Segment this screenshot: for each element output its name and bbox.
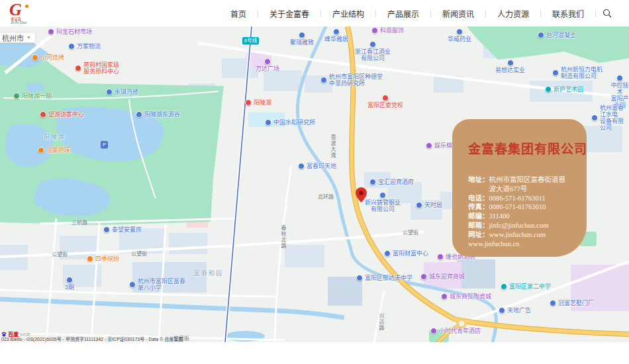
info-row-website: 网址： www.jinfuchun.com — [468, 230, 571, 240]
map-poi-label[interactable]: 杭州市富阳区富春 第八小学 — [129, 278, 185, 291]
poi-pin-icon — [426, 142, 432, 149]
poi-label-text: 万家物流 — [77, 43, 101, 50]
city-selector-button[interactable]: 杭州市 ▼ — [0, 32, 36, 43]
map-poi-label[interactable]: 阳陂湖一期 — [13, 93, 52, 99]
poi-label-text: 易想达实业 — [495, 67, 525, 73]
map-poi-label[interactable]: 温暖原味 — [38, 147, 70, 154]
nav-item-news[interactable]: 新闻资讯 — [431, 8, 485, 19]
map-poi-label[interactable]: 新兴铸管钢业 有限公司 — [365, 192, 401, 212]
map-poi-label[interactable]: 阿宝石材市场 — [48, 28, 92, 35]
map-road-label: 恩波大道 — [329, 134, 336, 158]
map-poi-label[interactable]: 杭州富春江水电 设备有限公司 — [591, 105, 629, 131]
map-poi-label[interactable]: 富春印天地 — [298, 163, 336, 169]
map-poi-label[interactable]: 中国水稻研究所 — [265, 119, 315, 126]
poi-label-text: 新庐艺术园 — [554, 86, 583, 93]
poi-label-text: 聚瑞雅致 — [290, 39, 314, 46]
map-poi-label[interactable]: 永琪汽修 — [106, 89, 138, 95]
map-poi-label[interactable]: 万家物流 — [68, 43, 101, 50]
poi-pin-icon — [136, 111, 142, 118]
nav-item-hr[interactable]: 人力资源 — [486, 8, 540, 19]
map-road-label: 北环路 — [318, 194, 334, 201]
map-road-label: 春秋北路 — [279, 225, 286, 249]
map-poi-label[interactable]: 杭州市富阳区种德堂 中草药研究所 — [320, 73, 383, 87]
map-poi-label[interactable]: 城东迎宾商城 — [420, 273, 465, 280]
poi-pin-icon — [68, 43, 75, 50]
map-poi-label[interactable]: 富阳区郁达夫中学 — [356, 275, 412, 281]
nav-item-about[interactable]: 关于金富春 — [258, 8, 320, 19]
map-poi-label[interactable]: 冠富艺墅门厂 — [550, 300, 594, 306]
poi-pin-icon — [299, 32, 305, 38]
map-poi-label[interactable]: 阳陂湖东源谷 — [136, 111, 180, 118]
poi-pin-icon — [66, 277, 73, 283]
map-water-label: 阳陂湖 — [44, 134, 66, 140]
poi-label-text: 万达广场 — [256, 66, 279, 72]
map-poi-label[interactable]: 小河烧烤 — [32, 54, 64, 61]
search-icon — [603, 9, 612, 18]
search-button[interactable] — [596, 0, 618, 26]
poi-label-text: 新兴铸管钢业 有限公司 — [365, 199, 401, 212]
chevron-down-icon: ▼ — [26, 35, 31, 40]
map-poi-label[interactable]: 科恩服饰 — [371, 27, 404, 34]
map-poi-label[interactable]: 天地广告 — [499, 307, 531, 314]
nav-item-products[interactable]: 产品展示 — [376, 8, 430, 19]
poi-pin-icon — [507, 60, 514, 66]
map-poi-label[interactable]: 华威药业 — [448, 28, 471, 42]
company-logo[interactable]: G 金富春 Jin Fu Chun — [9, 2, 49, 24]
map-poi-label[interactable]: 万达广场 — [256, 58, 279, 72]
map-badge-label[interactable]: 6号线 — [242, 37, 259, 44]
poi-label-text: 阳陂湖 — [254, 99, 271, 106]
poi-pin-icon — [75, 65, 81, 71]
logo-dot-icon — [25, 5, 28, 8]
company-location-marker[interactable] — [356, 187, 367, 203]
map-poi-label[interactable]: 浙江春江酒业 有限公司 — [355, 41, 391, 62]
baidu-paw-icon — [1, 332, 7, 337]
map-poi-label[interactable]: 3期 — [65, 277, 74, 291]
page-bottom-whitespace — [0, 342, 629, 364]
map-poi-label[interactable]: 杭州新恒力电机 制造有限公司 — [552, 66, 603, 79]
poi-pin-icon — [38, 147, 44, 154]
map-poi-label[interactable]: 易想达实业 — [495, 60, 525, 73]
map-poi-label[interactable]: 四季缤纷 — [87, 255, 119, 262]
logo-subtext: 金富春 Jin Fu Chun — [11, 18, 28, 24]
map-poi-label[interactable]: 聚瑞雅致 — [290, 32, 314, 46]
map-poi-label[interactable]: 台河混凝土 — [538, 32, 576, 38]
nav-item-home[interactable]: 首页 — [219, 8, 258, 19]
map-poi-label[interactable]: 宝汇迎宾酒府 — [369, 179, 414, 185]
map-poi-label[interactable]: 苑前村国家级 服务原料中心 — [75, 62, 119, 75]
map-poi-label[interactable]: 城东商贸陶瓷城 — [441, 293, 491, 300]
poi-pin-icon — [103, 226, 110, 233]
info-row-fax: 传真： 0086-571-61763010 — [468, 203, 571, 212]
baidu-logo[interactable]: 百度 GF(B) — [1, 332, 183, 337]
map-poi-label[interactable]: 泰望安置房 — [103, 226, 142, 233]
poi-label-text: 温暖原味 — [46, 147, 70, 154]
map-poi-label[interactable]: 望湖访客中心 — [40, 111, 84, 118]
map-badge-label[interactable]: P — [101, 141, 108, 148]
poi-label-text: 富阳区郁达夫中学 — [365, 275, 412, 281]
map-poi-label[interactable]: 中控技术 富阳产业园 — [610, 75, 629, 109]
poi-label-text: 中国水稻研究所 — [273, 119, 315, 126]
map-road-label: 公望街 — [131, 251, 147, 257]
city-selector-label: 杭州市 — [2, 32, 24, 43]
map-poi-label[interactable]: 阳陂湖 — [245, 99, 271, 106]
poi-pin-icon — [545, 86, 552, 93]
map-poi-label[interactable]: 小时代青年酒店 — [430, 328, 481, 334]
poi-label-text: 富阳财富中心 — [393, 250, 428, 257]
poi-pin-icon — [13, 93, 20, 99]
poi-label-text: 台河混凝土 — [546, 32, 576, 38]
map-poi-label[interactable]: 富阳区委党校 — [367, 95, 403, 109]
map-poi-label[interactable]: 富阳区第二中学 — [501, 283, 551, 290]
poi-pin-icon — [369, 41, 376, 48]
poi-label-text: 冠富艺墅门厂 — [558, 300, 594, 306]
map-poi-label[interactable]: 新庐艺术园 — [545, 86, 583, 93]
nav-item-industry[interactable]: 产业结构 — [321, 8, 375, 19]
poi-label-text: 杭州新恒力电机 制造有限公司 — [561, 66, 603, 79]
poi-label-text: 杭州市富阳区富春 第八小学 — [138, 278, 185, 291]
top-nav-bar: G 金富春 Jin Fu Chun 首页 关于金富春 产业结构 产品展示 新闻资… — [0, 0, 629, 26]
nav-item-contact[interactable]: 联系我们 — [541, 8, 595, 19]
map-poi-label[interactable]: 峰华雅居 — [324, 28, 348, 42]
poi-pin-icon — [538, 32, 544, 38]
poi-pin-icon — [264, 58, 271, 65]
map-poi-label[interactable]: 富阳财富中心 — [384, 250, 428, 257]
poi-label-text: 永琪汽修 — [115, 89, 138, 95]
map-poi-label[interactable]: 天时居 — [416, 202, 442, 208]
